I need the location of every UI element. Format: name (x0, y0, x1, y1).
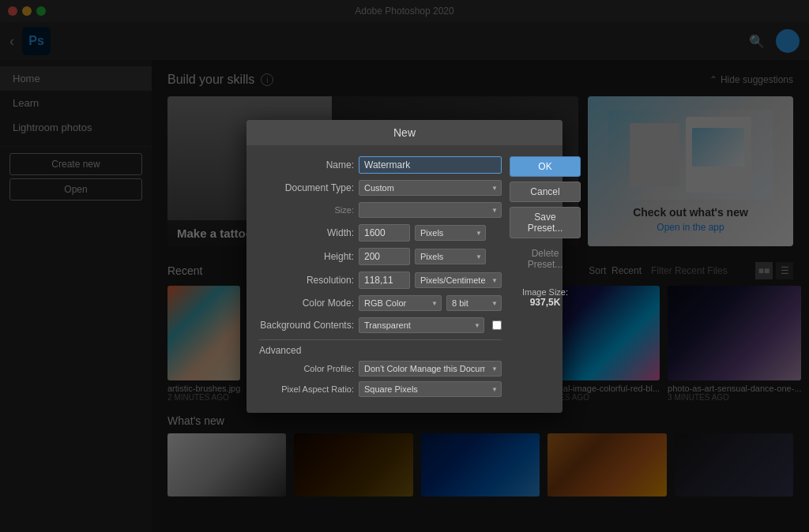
resolution-row: Resolution: Pixels/Centimeter Pixels/Inc… (259, 272, 502, 289)
pixel-aspect-label: Pixel Aspect Ratio: (259, 384, 354, 394)
color-mode-select[interactable]: RGB Color CMYK Color Grayscale (359, 295, 442, 311)
modal-body: Name: Document Type: Custom U.S. Paper P… (246, 145, 563, 413)
size-label: Size: (259, 205, 354, 215)
bg-color-checkbox[interactable] (492, 320, 502, 330)
bg-contents-row: Background Contents: Transparent White B… (259, 317, 502, 333)
color-profile-wrapper: Don't Color Manage this Document sRGB IE… (359, 361, 502, 377)
resolution-input[interactable] (359, 272, 410, 289)
color-mode-wrapper: RGB Color CMYK Color Grayscale (359, 295, 442, 311)
resolution-unit-wrapper: Pixels/Centimeter Pixels/Inch (415, 272, 502, 288)
size-wrapper (359, 202, 502, 218)
advanced-toggle[interactable]: Advanced (259, 345, 301, 356)
height-label: Height: (259, 251, 354, 262)
color-profile-row: Color Profile: Don't Color Manage this D… (259, 361, 502, 377)
modal-title: New (246, 120, 563, 145)
bg-contents-wrapper: Transparent White Background Color Black (359, 317, 484, 333)
color-profile-select[interactable]: Don't Color Manage this Document sRGB IE… (359, 361, 502, 377)
width-unit-wrapper: Pixels Inches Centimeters Millimeters (415, 225, 486, 241)
cancel-button[interactable]: Cancel (510, 182, 581, 202)
resolution-label: Resolution: (259, 275, 354, 286)
width-row: Width: Pixels Inches Centimeters Millime… (259, 224, 502, 242)
pixel-aspect-select[interactable]: Square Pixels D1/DV NTSC D1/DV PAL (359, 381, 502, 397)
name-input[interactable] (359, 156, 502, 174)
height-row: Height: Pixels Inches Centimeters Millim… (259, 248, 502, 265)
pixel-aspect-wrapper: Square Pixels D1/DV NTSC D1/DV PAL (359, 381, 502, 397)
color-mode-label: Color Mode: (259, 298, 354, 309)
ok-button[interactable]: OK (510, 156, 581, 177)
resolution-unit-select[interactable]: Pixels/Centimeter Pixels/Inch (415, 272, 502, 288)
modal-form: Name: Document Type: Custom U.S. Paper P… (259, 156, 502, 402)
bg-contents-label: Background Contents: (259, 320, 354, 331)
name-label: Name: (259, 159, 354, 170)
width-input[interactable] (359, 224, 410, 242)
image-size-value: 937,5K (510, 297, 581, 308)
color-profile-label: Color Profile: (259, 364, 354, 373)
document-type-row: Document Type: Custom U.S. Paper Photo W… (259, 180, 502, 196)
image-size-label: Image Size: (510, 287, 581, 297)
color-mode-row: Color Mode: RGB Color CMYK Color Graysca… (259, 295, 502, 311)
new-document-modal: New Name: Document Type: Custom U.S. Pap… (246, 120, 563, 413)
delete-preset-button[interactable]: Delete Preset... (510, 243, 581, 275)
image-size-info: Image Size: 937,5K (510, 287, 581, 308)
width-unit-select[interactable]: Pixels Inches Centimeters Millimeters (415, 225, 486, 241)
size-select[interactable] (359, 202, 502, 218)
height-input[interactable] (359, 248, 410, 265)
width-label: Width: (259, 227, 354, 238)
save-preset-button[interactable]: Save Preset... (510, 207, 581, 238)
document-type-wrapper: Custom U.S. Paper Photo Web Mobile Film … (359, 180, 502, 196)
document-type-select[interactable]: Custom U.S. Paper Photo Web Mobile Film … (359, 180, 502, 196)
document-type-label: Document Type: (259, 182, 354, 193)
bit-depth-wrapper: 8 bit 16 bit 32 bit (446, 295, 502, 311)
name-row: Name: (259, 156, 502, 174)
size-row: Size: (259, 202, 502, 218)
modal-buttons: OK Cancel Save Preset... Delete Preset..… (510, 156, 581, 402)
modal-backdrop: New Name: Document Type: Custom U.S. Pap… (0, 0, 809, 532)
bit-depth-select[interactable]: 8 bit 16 bit 32 bit (446, 295, 502, 311)
pixel-aspect-row: Pixel Aspect Ratio: Square Pixels D1/DV … (259, 381, 502, 397)
advanced-section: Advanced Color Profile: Don't Color Mana… (259, 339, 502, 397)
bg-contents-select[interactable]: Transparent White Background Color Black (359, 317, 484, 333)
height-unit-wrapper: Pixels Inches Centimeters Millimeters (415, 249, 486, 264)
height-unit-select[interactable]: Pixels Inches Centimeters Millimeters (415, 249, 486, 264)
